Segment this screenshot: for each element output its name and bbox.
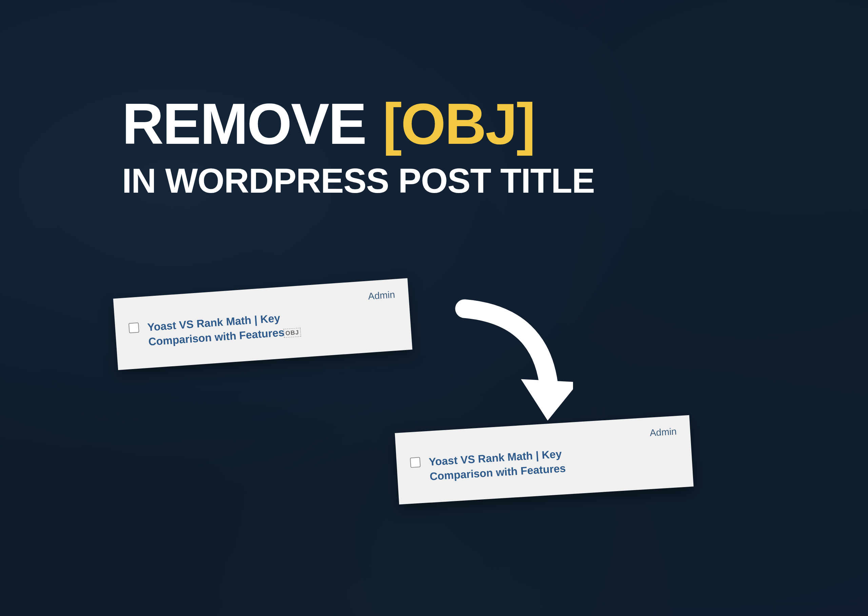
heading-obj-group: [OBJ] <box>383 95 535 152</box>
heading-subtitle: IN WORDPRESS POST TITLE <box>122 161 595 201</box>
obj-marker-icon: OBJ <box>284 328 301 338</box>
heading-line-1: REMOVE [OBJ] <box>122 95 595 152</box>
heading-remove-text: REMOVE <box>122 95 366 152</box>
bracket-left: [ <box>383 91 401 156</box>
heading-obj-text: OBJ <box>401 91 516 156</box>
post-title-after[interactable]: Yoast VS Rank Math | Key Comparison with… <box>428 446 566 484</box>
bracket-right: ] <box>516 91 535 156</box>
post-checkbox-after[interactable] <box>410 457 421 468</box>
post-card-before: Admin Yoast VS Rank Math | Key Compariso… <box>113 278 413 371</box>
post-checkbox-before[interactable] <box>128 322 139 333</box>
main-heading: REMOVE [OBJ] IN WORDPRESS POST TITLE <box>122 95 595 201</box>
